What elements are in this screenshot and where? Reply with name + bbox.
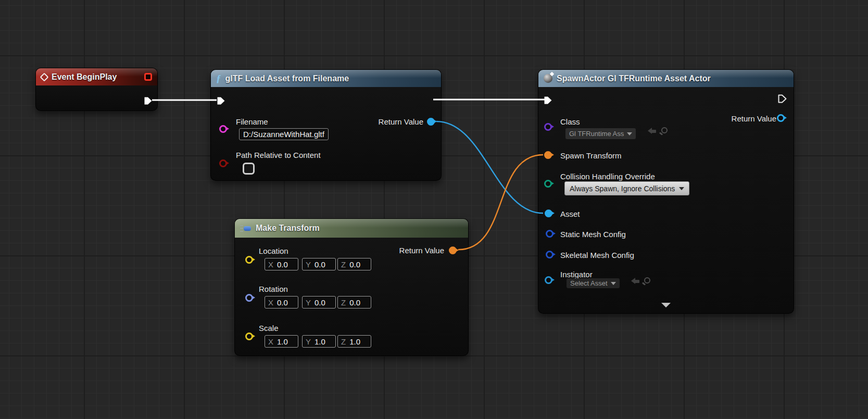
spawn-transform-pin[interactable]	[544, 151, 552, 159]
scale-x-field[interactable]: X1.0	[265, 335, 298, 348]
node-title: glTF Load Asset from Filename	[225, 74, 349, 83]
axis-label: Z	[341, 337, 346, 346]
location-pin[interactable]	[245, 256, 253, 264]
return-value-label: Return Value	[399, 246, 444, 255]
node-header[interactable]: Make Transform	[235, 219, 468, 238]
path-relative-checkbox[interactable]	[243, 163, 255, 175]
axis-value: 0.0	[349, 260, 360, 269]
expand-node-arrow[interactable]	[661, 303, 671, 307]
class-label: Class	[560, 117, 580, 126]
axis-value: 1.0	[277, 337, 288, 346]
asset-pin[interactable]	[545, 210, 552, 217]
axis-label: Z	[341, 298, 346, 307]
location-z-field[interactable]: Z0.0	[337, 258, 371, 270]
return-value-label: Return Value	[379, 117, 423, 126]
axis-value: 1.0	[315, 337, 325, 346]
axis-value: 1.0	[349, 337, 360, 346]
exec-out-pin[interactable]	[778, 94, 787, 103]
caret-down-icon	[611, 282, 616, 285]
wire-transform-maketransform-to-spawnactor[interactable]	[458, 155, 543, 250]
return-value-pin[interactable]	[449, 247, 457, 254]
node-header[interactable]: SpawnActor Gl TFRuntime Asset Actor	[538, 70, 794, 87]
path-relative-label: Path Relative to Content	[236, 151, 321, 159]
axis-value: 0.0	[277, 260, 288, 269]
function-icon: ƒ	[216, 73, 221, 83]
collision-pin[interactable]	[544, 180, 552, 188]
axis-value: 0.0	[277, 298, 288, 307]
instigator-dropdown[interactable]: Select Asset	[567, 278, 620, 288]
filename-label: Filename	[236, 117, 268, 126]
spawn-actor-icon	[544, 74, 552, 83]
static-mesh-config-label: Static Mesh Config	[560, 230, 626, 239]
axis-label: Z	[341, 260, 346, 269]
wire-asset-gltf-to-spawnactor[interactable]	[436, 121, 543, 213]
collision-label: Collision Handling Override	[560, 172, 655, 181]
axis-label: X	[268, 337, 273, 346]
return-value-pin[interactable]	[777, 114, 785, 122]
axis-value: 0.0	[349, 298, 360, 307]
filename-input[interactable]: D:/SuzanneWithHat.gltf	[239, 128, 329, 140]
axis-label: Y	[306, 337, 311, 346]
skeletal-mesh-config-label: Skeletal Mesh Config	[560, 251, 634, 260]
reset-to-default-icon[interactable]	[648, 128, 657, 134]
asset-label: Asset	[560, 210, 580, 218]
node-gltf-load-asset[interactable]: ƒ glTF Load Asset from Filename Filename…	[210, 69, 442, 181]
node-header[interactable]: Event BeginPlay	[36, 68, 157, 85]
node-spawnactor[interactable]: SpawnActor Gl TFRuntime Asset Actor Clas…	[538, 69, 794, 314]
axis-value: 0.0	[315, 260, 325, 269]
node-event-beginplay[interactable]: Event BeginPlay	[35, 68, 158, 111]
filename-pin[interactable]	[219, 125, 227, 133]
browse-search-icon[interactable]	[661, 127, 668, 133]
instigator-pin[interactable]	[545, 276, 552, 284]
node-title: SpawnActor Gl TFRuntime Asset Actor	[557, 74, 711, 83]
axis-label: Y	[306, 298, 311, 307]
return-value-pin[interactable]	[427, 118, 435, 126]
exec-out-pin[interactable]	[144, 96, 153, 105]
location-x-field[interactable]: X0.0	[265, 258, 298, 270]
spawn-transform-label: Spawn Transform	[560, 151, 622, 160]
collision-dropdown-value: Always Spawn, Ignore Collisions	[570, 184, 675, 193]
collision-dropdown[interactable]: Always Spawn, Ignore Collisions	[564, 181, 689, 195]
caret-down-icon	[627, 132, 632, 135]
scale-y-field[interactable]: Y1.0	[302, 335, 336, 348]
class-dropdown[interactable]: Gl TFRuntime Ass	[565, 128, 636, 139]
scale-pin[interactable]	[245, 332, 253, 340]
axis-label: Y	[306, 260, 311, 269]
scale-z-field[interactable]: Z1.0	[337, 335, 371, 348]
rotation-y-field[interactable]: Y0.0	[302, 296, 336, 309]
axis-label: X	[268, 298, 273, 307]
event-override-icon	[144, 73, 152, 81]
node-title: Make Transform	[256, 224, 320, 233]
browse-search-icon[interactable]	[644, 277, 650, 284]
class-dropdown-value: Gl TFRuntime Ass	[569, 130, 624, 138]
make-struct-icon	[240, 225, 251, 232]
rotation-pin[interactable]	[245, 294, 253, 302]
static-mesh-config-pin[interactable]	[546, 230, 553, 238]
node-title: Event BeginPlay	[52, 72, 117, 82]
scale-label: Scale	[259, 324, 279, 332]
class-pin[interactable]	[544, 123, 552, 131]
instigator-dropdown-value: Select Asset	[570, 279, 608, 287]
rotation-label: Rotation	[259, 285, 288, 293]
reset-to-default-icon[interactable]	[631, 278, 640, 285]
path-relative-pin[interactable]	[219, 159, 227, 167]
node-make-transform[interactable]: Make Transform Location X0.0 Y0.0 Z0.0 R…	[234, 218, 469, 356]
node-header[interactable]: ƒ glTF Load Asset from Filename	[211, 70, 441, 87]
rotation-z-field[interactable]: Z0.0	[337, 296, 371, 309]
caret-down-icon	[679, 187, 684, 190]
location-y-field[interactable]: Y0.0	[302, 258, 336, 270]
skeletal-mesh-config-pin[interactable]	[546, 251, 553, 258]
event-icon	[40, 72, 49, 81]
rotation-x-field[interactable]: X0.0	[265, 296, 298, 309]
exec-in-pin[interactable]	[544, 96, 552, 105]
return-value-label: Return Value	[732, 114, 776, 123]
axis-label: X	[268, 260, 273, 269]
exec-in-pin[interactable]	[217, 96, 225, 105]
axis-value: 0.0	[315, 298, 325, 307]
blueprint-graph-canvas[interactable]: Event BeginPlay ƒ glTF Load Asset from F…	[0, 0, 868, 419]
instigator-label: Instigator	[560, 270, 593, 279]
location-label: Location	[259, 247, 288, 255]
